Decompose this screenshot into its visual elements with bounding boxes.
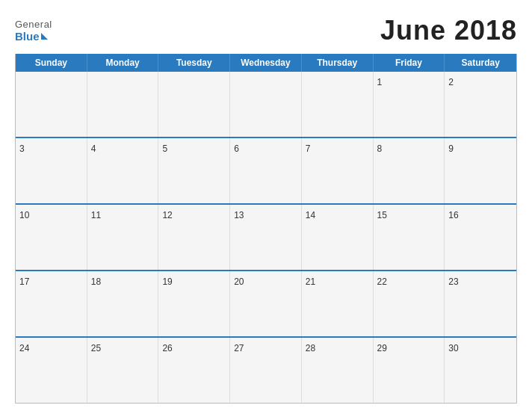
day-number: 23 [448,276,458,287]
day-cell: 1 [374,72,445,137]
day-cell: 7 [302,138,374,203]
day-cell: 9 [445,138,516,203]
day-number: 8 [377,143,383,154]
day-cell: 13 [230,205,302,270]
day-number: 13 [234,210,244,220]
day-number: 27 [234,343,244,353]
week-row-4: 17181920212223 [16,270,516,336]
day-cell: 21 [302,271,374,336]
day-cell: 5 [158,138,230,203]
day-cell: 19 [158,271,230,336]
day-header-monday: Monday [87,54,159,72]
day-cell: 2 [445,72,516,137]
day-number: 24 [19,343,29,353]
day-number: 4 [91,143,96,154]
day-cell [158,72,230,137]
calendar-page: General Blue June 2018 SundayMondayTuesd… [0,0,532,411]
logo-blue-text: Blue [15,30,48,43]
day-number: 9 [448,143,454,154]
day-header-friday: Friday [374,54,445,72]
day-cell [87,72,159,137]
day-cell: 14 [302,205,374,270]
day-number: 16 [448,210,458,220]
day-number: 19 [162,276,172,287]
logo-general-text: General [15,19,52,30]
day-header-sunday: Sunday [16,54,87,72]
day-number: 11 [91,210,101,220]
calendar-title: June 2018 [380,15,517,46]
week-row-5: 24252627282930 [16,336,516,403]
day-cell: 4 [87,138,159,203]
day-number: 21 [306,276,315,287]
day-cell: 6 [230,138,302,203]
calendar-grid: SundayMondayTuesdayWednesdayThursdayFrid… [15,54,517,404]
day-number: 10 [19,210,29,220]
day-header-wednesday: Wednesday [230,54,302,72]
day-cell: 18 [87,271,159,336]
day-number: 6 [234,143,239,154]
day-header-thursday: Thursday [302,54,374,72]
day-number: 17 [19,276,29,287]
logo-triangle-icon [41,33,48,40]
week-row-1: 12 [16,72,516,137]
day-cell: 12 [158,205,230,270]
day-number: 3 [19,143,25,154]
day-cell: 28 [302,338,374,403]
day-cell: 17 [16,271,87,336]
day-number: 18 [91,276,101,287]
day-headers-row: SundayMondayTuesdayWednesdayThursdayFrid… [16,54,516,72]
day-cell [230,72,302,137]
day-number: 7 [306,143,311,154]
day-number: 20 [234,276,244,287]
day-cell: 8 [374,138,445,203]
day-number: 5 [162,143,167,154]
day-cell: 16 [445,205,516,270]
day-number: 30 [448,343,458,353]
day-cell: 27 [230,338,302,403]
day-cell: 3 [16,138,87,203]
day-number: 12 [162,210,172,220]
day-cell: 11 [87,205,159,270]
day-cell: 15 [374,205,445,270]
header: General Blue June 2018 [15,15,517,46]
weeks-container: 1234567891011121314151617181920212223242… [16,72,516,403]
week-row-2: 3456789 [16,137,516,203]
week-row-3: 10111213141516 [16,203,516,270]
day-cell [16,72,87,137]
day-header-tuesday: Tuesday [158,54,230,72]
day-number: 2 [448,77,454,87]
day-number: 15 [377,210,387,220]
day-number: 22 [377,276,387,287]
day-cell: 22 [374,271,445,336]
day-cell: 23 [445,271,516,336]
day-number: 14 [306,210,315,220]
day-cell: 26 [158,338,230,403]
day-number: 26 [162,343,172,353]
day-cell: 10 [16,205,87,270]
logo: General Blue [15,19,52,43]
day-number: 1 [377,77,383,87]
day-cell: 24 [16,338,87,403]
day-cell [302,72,374,137]
day-number: 25 [91,343,101,353]
day-cell: 20 [230,271,302,336]
day-number: 29 [377,343,387,353]
day-cell: 29 [374,338,445,403]
day-cell: 30 [445,338,516,403]
day-number: 28 [306,343,315,353]
day-cell: 25 [87,338,159,403]
day-header-saturday: Saturday [445,54,516,72]
